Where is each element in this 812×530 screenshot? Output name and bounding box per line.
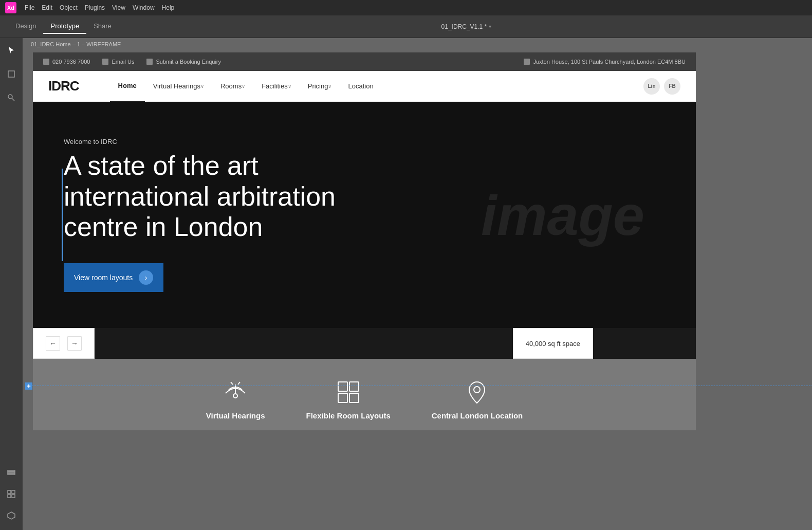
tool-assets[interactable] <box>4 487 19 501</box>
menu-window[interactable]: Window <box>133 4 155 11</box>
tab-share[interactable]: Share <box>86 19 119 34</box>
address-icon <box>524 59 530 65</box>
svg-marker-10 <box>8 512 15 519</box>
toolbar-tabs: Design Prototype Share <box>8 19 119 34</box>
location-icon <box>464 379 490 405</box>
website-frame: 020 7936 7000 Email Us Submit a Booking … <box>33 52 696 430</box>
indicator-left[interactable] <box>25 382 32 390</box>
topbar-phone: 020 7936 7000 <box>43 59 90 65</box>
nav-location[interactable]: Location <box>340 71 381 102</box>
carousel-next-button[interactable]: → <box>67 336 82 351</box>
svg-rect-9 <box>12 495 15 498</box>
sidebar-bottom-tools <box>4 465 19 530</box>
file-name: 01_IDRC_V1.1 * ▾ <box>441 23 492 30</box>
feature-title-virtual: Virtual Hearings <box>206 411 265 420</box>
svg-rect-4 <box>8 472 15 473</box>
carousel-prev-button[interactable]: ← <box>46 336 60 351</box>
site-topbar: 020 7936 7000 Email Us Submit a Booking … <box>33 52 696 71</box>
nav-rooms[interactable]: Rooms <box>212 71 253 102</box>
menu-edit[interactable]: Edit <box>42 4 52 11</box>
toolbar-left: Design Prototype Share <box>8 19 119 34</box>
dashed-guide-line <box>32 386 812 386</box>
nav-social: Lin FB <box>643 78 680 95</box>
site-navbar: IDRC Home Virtual Hearings Rooms Facilit… <box>33 71 696 102</box>
layout-icon <box>336 379 361 405</box>
app-logo: Xd <box>5 2 16 13</box>
nav-virtual-hearings[interactable]: Virtual Hearings <box>145 71 212 102</box>
hero-section: Welcome to IDRC A state of the art inter… <box>33 102 696 328</box>
email-icon <box>102 59 108 65</box>
nav-pricing[interactable]: Pricing <box>300 71 340 102</box>
hero-title: A state of the art international arbitra… <box>64 151 352 243</box>
view-room-layouts-button[interactable]: View room layouts › <box>64 263 163 292</box>
svg-rect-20 <box>349 393 359 403</box>
svg-point-21 <box>474 387 480 393</box>
carousel-nav: ← → <box>33 328 95 359</box>
feature-title-location: Central London Location <box>432 411 523 420</box>
svg-rect-6 <box>8 490 11 494</box>
svg-rect-0 <box>8 71 14 77</box>
svg-rect-5 <box>8 473 15 474</box>
menu-view[interactable]: View <box>112 4 125 11</box>
menu-plugins[interactable]: Plugins <box>85 4 105 11</box>
hero-content: Welcome to IDRC A state of the art inter… <box>64 138 352 292</box>
social-facebook[interactable]: FB <box>664 78 680 95</box>
cta-arrow-icon: › <box>139 270 153 285</box>
svg-rect-3 <box>8 470 15 471</box>
hero-subtitle: Welcome to IDRC <box>64 138 352 145</box>
menu-object[interactable]: Object <box>60 4 78 11</box>
menu-help[interactable]: Help <box>162 4 175 11</box>
booking-icon <box>146 59 153 65</box>
left-sidebar <box>0 38 23 530</box>
tab-prototype[interactable]: Prototype <box>43 19 86 34</box>
svg-rect-18 <box>349 382 359 391</box>
topbar-address: Juxton House, 100 St Pauls Churchyard, L… <box>524 59 686 65</box>
toolbar: Design Prototype Share 01_IDRC_V1.1 * ▾ <box>0 15 812 38</box>
canvas-area: 01_IDRC Home – 1 – WIREFRAME 020 7936 70… <box>23 38 812 530</box>
hero-left-bar <box>62 169 63 261</box>
topbar-booking[interactable]: Submit a Booking Enquiry <box>146 59 221 65</box>
nav-home[interactable]: Home <box>110 71 145 102</box>
svg-point-1 <box>8 95 12 99</box>
stat-badge: 40,000 sq ft space <box>513 328 593 359</box>
tool-rectangle[interactable] <box>4 67 19 81</box>
svg-line-2 <box>12 99 15 101</box>
svg-rect-12 <box>28 385 29 388</box>
svg-line-16 <box>238 382 240 385</box>
features-section: Virtual Hearings Flexible Room Layouts <box>33 359 696 430</box>
tool-search[interactable] <box>4 90 19 105</box>
svg-rect-19 <box>338 393 347 403</box>
tool-pointer[interactable] <box>4 43 19 58</box>
app-menu: File Edit Object Plugins View Window Hel… <box>25 4 174 11</box>
phone-icon <box>43 59 49 65</box>
app-titlebar: Xd File Edit Object Plugins View Window … <box>0 0 812 15</box>
menu-file[interactable]: File <box>25 4 34 11</box>
social-linkedin[interactable]: Lin <box>643 78 660 95</box>
hero-image-placeholder: image <box>481 182 644 248</box>
chevron-down-icon: ▾ <box>489 24 491 29</box>
svg-line-15 <box>231 382 233 385</box>
antenna-icon <box>223 379 248 405</box>
tool-layers[interactable] <box>4 465 19 480</box>
site-logo: IDRC <box>48 78 79 94</box>
topbar-email[interactable]: Email Us <box>102 59 134 65</box>
svg-rect-7 <box>12 490 15 494</box>
svg-point-13 <box>233 394 237 398</box>
site-nav: Home Virtual Hearings Rooms Facilities P… <box>110 71 643 102</box>
svg-rect-8 <box>8 495 11 498</box>
feature-title-flexible: Flexible Room Layouts <box>306 411 391 420</box>
tool-plugins[interactable] <box>4 508 19 523</box>
tab-design[interactable]: Design <box>8 19 43 34</box>
carousel-area: ← → 40,000 sq ft space <box>33 328 696 359</box>
svg-rect-17 <box>338 382 347 391</box>
breadcrumb: 01_IDRC Home – 1 – WIREFRAME <box>23 38 129 50</box>
toolbar-center: 01_IDRC_V1.1 * ▾ <box>129 23 804 30</box>
nav-facilities[interactable]: Facilities <box>253 71 300 102</box>
